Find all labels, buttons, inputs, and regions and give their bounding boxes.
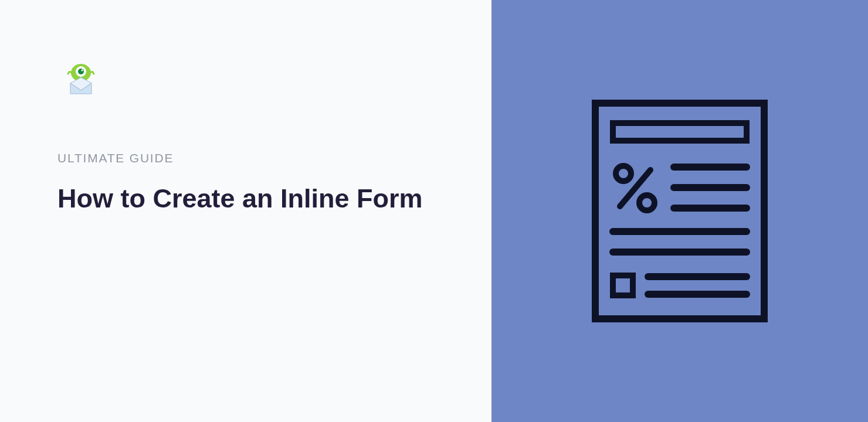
document-percent-icon bbox=[592, 100, 768, 322]
svg-line-11 bbox=[620, 170, 650, 206]
svg-point-9 bbox=[616, 166, 631, 181]
svg-rect-5 bbox=[613, 123, 747, 141]
category-label: ULTIMATE GUIDE bbox=[57, 151, 439, 165]
svg-point-2 bbox=[78, 69, 84, 74]
svg-point-3 bbox=[82, 70, 83, 72]
svg-point-10 bbox=[639, 195, 655, 210]
brand-logo bbox=[63, 61, 99, 96]
page-title: How to Create an Inline Form bbox=[57, 183, 439, 215]
svg-rect-14 bbox=[613, 275, 633, 295]
optinmonster-logo-icon bbox=[63, 61, 99, 96]
right-panel bbox=[491, 0, 868, 422]
left-panel: ULTIMATE GUIDE How to Create an Inline F… bbox=[0, 0, 491, 422]
